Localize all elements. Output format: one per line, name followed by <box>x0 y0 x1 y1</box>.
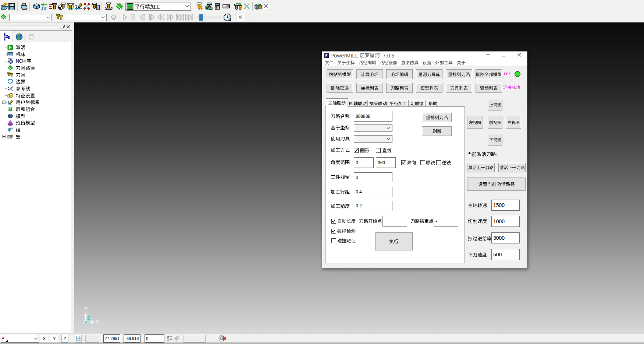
svg-text:Z: Z <box>87 315 90 321</box>
svg-text:Y: Y <box>84 306 88 312</box>
svg-text:X: X <box>96 319 99 324</box>
